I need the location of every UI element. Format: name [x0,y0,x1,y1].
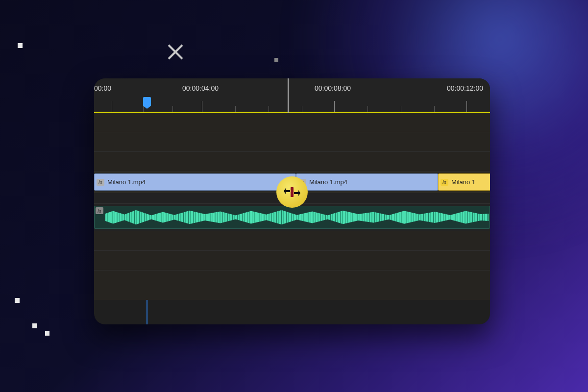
playhead-handle[interactable] [143,97,151,106]
time-ruler[interactable]: 00:00 00:00:04:00 00:00:08:00 00:00:12:0… [94,78,490,113]
track-gap [94,193,490,204]
ruler-tick [172,106,173,112]
track-v2[interactable] [94,152,490,172]
particle [18,43,23,48]
particle [274,58,278,62]
close-icon[interactable] [166,42,185,62]
ruler-tick-label: 00:00:12:00 [447,84,483,92]
track-a2[interactable] [94,231,490,251]
video-clip[interactable]: fx Milano 1.mp4 [94,173,296,191]
particle [45,331,49,336]
ruler-tick-label: 00:00:04:00 [182,84,219,92]
video-clip[interactable]: fx Milano 1.mp4 [296,173,438,191]
ruler-tick [368,106,368,112]
clip-label: Milano 1.mp4 [309,178,347,186]
timeline-panel[interactable]: 00:00 00:00:04:00 00:00:08:00 00:00:12:0… [94,78,490,324]
fx-badge-icon: fx [96,207,103,214]
clip-label: Milano 1 [451,178,475,186]
ruler-tick-label: 00:00 [94,84,111,92]
clip-label: Milano 1.mp4 [107,178,146,186]
audio-clip[interactable]: fx [94,206,490,229]
particle [32,323,37,328]
track-v4[interactable] [94,113,490,132]
track-a1[interactable]: fx [94,204,490,231]
fx-badge-icon: fx [441,179,448,186]
ruler-tick [466,101,467,112]
ruler-tick [235,106,236,112]
fx-badge-icon: fx [298,179,306,186]
ruler-tick [269,106,269,112]
waveform [105,217,489,225]
tracks-area[interactable]: fx Milano 1.mp4 fx Milano 1.mp4 fx Milan… [94,113,490,324]
track-v3[interactable] [94,132,490,152]
ruler-tick [401,106,401,112]
ruler-tick-label: 00:00:08:00 [315,84,351,92]
video-clip-selected[interactable]: fx Milano 1 [438,173,490,191]
track-a4[interactable] [94,270,490,300]
ruler-tick [112,101,112,112]
marker-line [288,78,289,113]
ruler-tick [302,106,302,112]
track-a3[interactable] [94,251,490,270]
ruler-tick [202,101,202,112]
ruler-tick [434,106,435,112]
fx-badge-icon: fx [97,179,104,186]
track-v1[interactable]: fx Milano 1.mp4 fx Milano 1.mp4 fx Milan… [94,172,490,193]
ruler-tick [334,101,335,112]
particle [15,298,20,303]
